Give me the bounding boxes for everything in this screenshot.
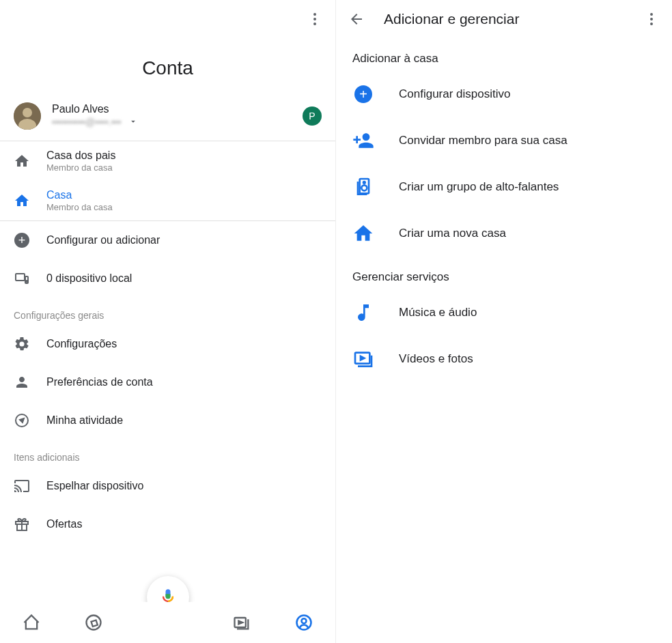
- svg-point-15: [363, 182, 365, 184]
- svg-point-1: [23, 108, 32, 117]
- svg-point-5: [26, 281, 27, 282]
- item-label: Criar um grupo de alto-falantes: [399, 180, 559, 194]
- svg-rect-3: [16, 274, 25, 281]
- device-local-icon: [14, 270, 30, 287]
- item-label: Criar uma nova casa: [399, 227, 506, 240]
- add-manage-screen: Adicionar e gerenciar Adicionar à casa +…: [336, 0, 672, 643]
- home-icon: [14, 192, 30, 209]
- nav-home-icon[interactable]: [22, 613, 41, 632]
- svg-point-9: [87, 616, 101, 630]
- item-label: Ofertas: [46, 518, 82, 530]
- item-label: Configurar dispositivo: [399, 87, 510, 101]
- account-text: Paulo Alves ••••••••••@••••.•••: [52, 103, 296, 129]
- music-audio-item[interactable]: Música e áudio: [336, 289, 672, 336]
- page-title: Conta: [0, 38, 335, 102]
- screen-title: Adicionar e gerenciar: [384, 11, 643, 27]
- cast-icon: [14, 478, 30, 494]
- home-item-subtitle: Membro da casa: [46, 162, 322, 173]
- plus-circle-icon: +: [14, 232, 30, 248]
- account-badge[interactable]: P: [303, 106, 322, 126]
- account-screen: Conta Paulo Alves ••••••••••@••••.••• P …: [0, 0, 336, 643]
- setup-device-item[interactable]: + Configurar dispositivo: [336, 71, 672, 117]
- home-item-title: Casa dos pais: [46, 149, 322, 162]
- svg-point-12: [302, 618, 307, 623]
- gift-icon: [14, 516, 30, 532]
- my-activity-item[interactable]: Minha atividade: [0, 401, 335, 440]
- gear-icon: [14, 336, 30, 352]
- compass-outline-icon: [14, 412, 30, 429]
- person-add-icon: [352, 130, 374, 152]
- section-header-add: Adicionar à casa: [336, 38, 672, 71]
- item-label: Vídeos e fotos: [399, 352, 473, 366]
- item-label: Música e áudio: [399, 306, 477, 319]
- chevron-down-icon: [128, 117, 138, 129]
- speaker-group-item[interactable]: Criar um grupo de alto-falantes: [336, 164, 672, 210]
- person-icon: [14, 374, 30, 390]
- item-label: Convidar membro para sua casa: [399, 134, 568, 147]
- configure-add-item[interactable]: + Configurar ou adicionar: [0, 221, 335, 259]
- home-icon: [14, 153, 30, 169]
- back-button[interactable]: [348, 11, 365, 27]
- bottom-nav: [0, 602, 335, 643]
- section-header-additional: Itens adicionais: [0, 440, 335, 467]
- nav-discover-icon[interactable]: [84, 613, 103, 632]
- nav-account-icon[interactable]: [294, 613, 313, 632]
- invite-member-item[interactable]: Convidar membro para sua casa: [336, 117, 672, 164]
- offers-item[interactable]: Ofertas: [0, 505, 335, 543]
- home-item-casa-dos-pais[interactable]: Casa dos pais Membro da casa: [0, 141, 335, 181]
- account-name: Paulo Alves: [52, 103, 296, 115]
- svg-point-14: [361, 185, 367, 190]
- section-header-general: Configurações gerais: [0, 298, 335, 325]
- mirror-device-item[interactable]: Espelhar dispositivo: [0, 467, 335, 505]
- section-header-services: Gerenciar serviços: [336, 257, 672, 289]
- account-selector[interactable]: Paulo Alves ••••••••••@••••.••• P: [0, 102, 335, 141]
- create-home-item[interactable]: Criar uma nova casa: [336, 210, 672, 257]
- settings-item[interactable]: Configurações: [0, 325, 335, 363]
- item-label: Minha atividade: [46, 414, 123, 427]
- topbar: Adicionar e gerenciar: [336, 0, 672, 38]
- home-item-title: Casa: [46, 189, 322, 201]
- home-icon: [352, 223, 374, 244]
- topbar: [0, 0, 335, 38]
- account-email: ••••••••••@••••.•••: [52, 117, 121, 128]
- account-preferences-item[interactable]: Preferências de conta: [0, 363, 335, 401]
- item-label: Espelhar dispositivo: [46, 480, 143, 492]
- home-item-casa[interactable]: Casa Membro da casa: [0, 181, 335, 220]
- nav-media-icon[interactable]: [232, 613, 251, 632]
- home-item-subtitle: Membro da casa: [46, 202, 322, 212]
- plus-circle-icon: +: [352, 83, 374, 105]
- item-label: Configurar ou adicionar: [46, 234, 160, 246]
- arrow-back-icon: [348, 11, 365, 27]
- overflow-menu-icon[interactable]: [643, 11, 660, 27]
- item-label: Preferências de conta: [46, 376, 153, 388]
- item-label: Configurações: [46, 338, 117, 350]
- music-note-icon: [352, 302, 374, 324]
- avatar: [14, 102, 41, 130]
- video-photo-item[interactable]: Vídeos e fotos: [336, 336, 672, 382]
- overflow-menu-icon[interactable]: [307, 11, 323, 27]
- speaker-group-icon: [352, 176, 374, 198]
- local-device-item[interactable]: 0 dispositivo local: [0, 259, 335, 298]
- item-label: 0 dispositivo local: [46, 272, 132, 285]
- video-photo-icon: [352, 348, 374, 370]
